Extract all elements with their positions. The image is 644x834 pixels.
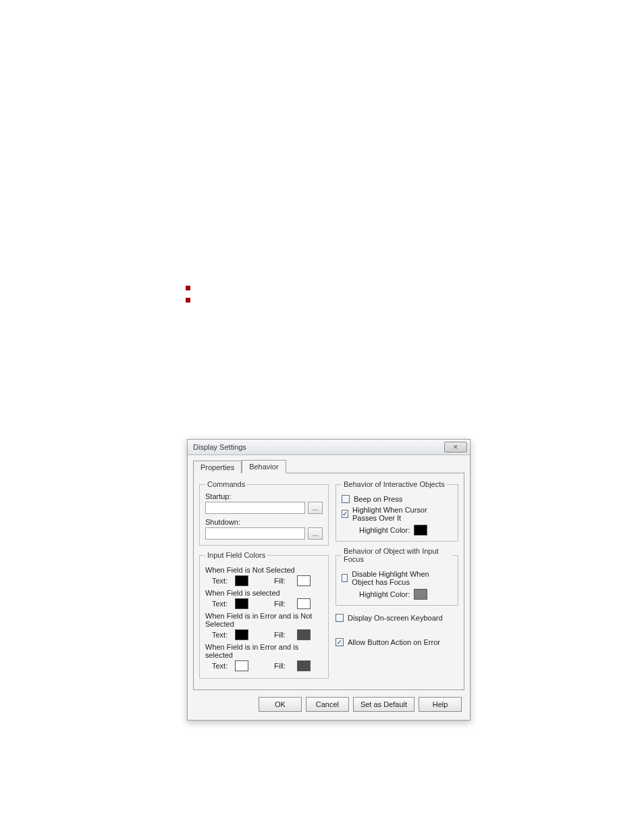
dialog-title: Display Settings [193,443,246,451]
interactive-highlight-swatch[interactable] [414,525,427,536]
left-column: Commands Startup: ... Shutdown: ... Inpu… [199,480,329,679]
bullet-list [186,284,456,296]
titlebar: Display Settings ✕ [188,440,470,455]
focus-highlight-color-label: Highlight Color: [359,590,410,598]
onscreen-keyboard-label: Display On-screen Keyboard [348,614,443,622]
selected-text-swatch[interactable] [235,598,248,609]
error-selected-heading: When Field is in Error and is selected [205,643,323,659]
focus-behavior-group: Behavior of Object with Input Focus Disa… [336,547,458,606]
highlight-hover-checkbox[interactable]: ✓ [342,510,348,518]
tab-row: Properties Behavior [188,455,470,473]
not-selected-text-swatch[interactable] [235,575,248,586]
text-label: Text: [212,577,232,585]
fill-label: Fill: [274,600,294,608]
beep-checkbox[interactable] [342,495,350,503]
fill-label: Fill: [274,631,294,639]
behavior-panel: Commands Startup: ... Shutdown: ... Inpu… [193,473,464,690]
colors-legend: Input Field Colors [205,551,267,559]
not-selected-heading: When Field is Not Selected [205,566,323,574]
help-button[interactable]: Help [419,697,462,712]
interactive-legend: Behavior of Interactive Objects [342,480,447,488]
commands-legend: Commands [205,480,247,488]
shutdown-input[interactable] [205,527,305,540]
ok-button[interactable]: OK [259,697,302,712]
disable-highlight-label: Disable Highlight When Object has Focus [352,570,452,586]
text-label: Text: [212,631,232,639]
tab-properties[interactable]: Properties [193,461,242,473]
error-not-selected-fill-swatch[interactable] [297,629,311,640]
allow-button-error-label: Allow Button Action on Error [348,638,440,646]
cancel-button[interactable]: Cancel [306,697,349,712]
text-label: Text: [212,662,232,670]
tab-behavior[interactable]: Behavior [242,460,286,473]
display-settings-dialog: Display Settings ✕ Properties Behavior C… [187,439,471,721]
startup-browse-button[interactable]: ... [308,502,323,514]
onscreen-keyboard-checkbox[interactable] [336,614,344,622]
selected-fill-swatch[interactable] [297,598,311,609]
not-selected-fill-swatch[interactable] [297,575,311,586]
selected-heading: When Field is selected [205,589,323,597]
fill-label: Fill: [274,662,294,670]
startup-input[interactable] [205,502,305,514]
right-column: Behavior of Interactive Objects Beep on … [336,480,458,649]
startup-label: Startup: [205,492,323,500]
disable-highlight-checkbox[interactable] [342,574,348,582]
interactive-objects-group: Behavior of Interactive Objects Beep on … [336,480,458,542]
focus-legend: Behavior of Object with Input Focus [342,547,452,563]
input-field-colors-group: Input Field Colors When Field is Not Sel… [199,551,329,679]
error-selected-text-swatch[interactable] [235,660,248,671]
fill-label: Fill: [274,577,294,585]
set-default-button[interactable]: Set as Default [353,697,414,712]
close-icon: ✕ [453,444,458,450]
highlight-color-label: Highlight Color: [359,526,410,534]
error-not-selected-text-swatch[interactable] [235,629,248,640]
shutdown-browse-button[interactable]: ... [308,527,323,540]
allow-button-error-checkbox[interactable]: ✓ [336,638,344,646]
close-button[interactable]: ✕ [444,442,467,452]
text-label: Text: [212,600,232,608]
focus-highlight-swatch[interactable] [414,589,427,600]
error-not-selected-heading: When Field is in Error and is Not Select… [205,612,323,628]
beep-label: Beep on Press [354,495,402,503]
highlight-hover-label: Highlight When Cursor Passes Over It [352,506,452,522]
dialog-button-row: OK Cancel Set as Default Help [188,690,470,720]
shutdown-label: Shutdown: [205,518,323,526]
commands-group: Commands Startup: ... Shutdown: ... [199,480,329,546]
error-selected-fill-swatch[interactable] [297,660,311,671]
